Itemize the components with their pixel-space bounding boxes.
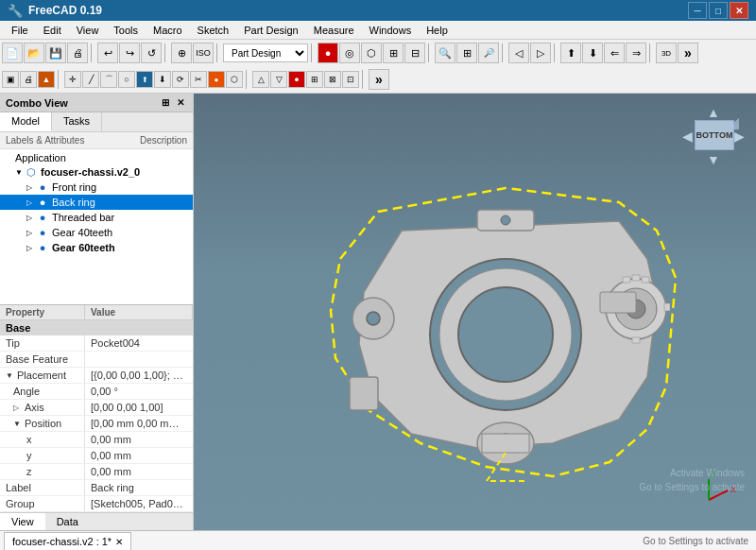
tb-new[interactable]: 📄 — [2, 43, 23, 63]
file-tab-close-btn[interactable]: ✕ — [115, 537, 123, 547]
prop-key-label: Label — [0, 480, 85, 495]
tb2-b2[interactable]: 🖨 — [20, 71, 37, 88]
tb2-pd5[interactable]: ● — [208, 71, 225, 88]
axis-expand-icon[interactable]: ▷ — [13, 404, 23, 412]
tb-nav4[interactable]: ⇒ — [626, 43, 646, 63]
combo-float-btn[interactable]: ⊞ — [159, 97, 172, 108]
tb-3d[interactable]: 3D — [656, 43, 677, 63]
placement-expand-icon[interactable]: ▼ — [6, 371, 15, 380]
tb-open[interactable]: 📂 — [24, 43, 44, 63]
menu-tools[interactable]: Tools — [106, 23, 146, 38]
tb-v1[interactable]: ◁ — [508, 43, 529, 63]
tb2-b1[interactable]: ▣ — [2, 71, 19, 88]
tb-b1[interactable]: ● — [318, 43, 338, 63]
tb-b4[interactable]: ⊞ — [383, 43, 404, 63]
axis-y-label: Y — [711, 469, 716, 478]
prop-val-axis: [0,00 0,00 1,00] — [85, 400, 193, 415]
tb2-more[interactable]: » — [369, 69, 389, 90]
close-button[interactable]: ✕ — [730, 2, 748, 19]
left-tab-data[interactable]: Data — [45, 513, 90, 530]
nav-cube-down-arrow[interactable]: ▼ — [707, 152, 720, 167]
tree-front-ring-arrow[interactable]: ▷ — [26, 183, 36, 192]
tree-item-gear40[interactable]: ▷ ● Gear 40teeth — [0, 225, 193, 240]
menu-windows[interactable]: Windows — [362, 23, 420, 38]
tb-print[interactable]: 🖨 — [67, 43, 88, 63]
tree-root-arrow[interactable]: ▼ — [15, 168, 25, 177]
tree-item-gear60[interactable]: ▷ ● Gear 60teeth — [0, 240, 193, 255]
tb-b2[interactable]: ◎ — [339, 43, 360, 63]
tb2-pd4[interactable]: ✂ — [190, 71, 207, 88]
prop-col-property: Property — [0, 305, 85, 319]
tb-nav1[interactable]: ⬆ — [560, 43, 581, 63]
tb-zoom-in[interactable]: 🔍 — [435, 43, 455, 63]
tree-item-front-ring[interactable]: ▷ ● Front ring — [0, 180, 193, 195]
tb2-b3[interactable]: ▲ — [38, 71, 55, 88]
tb-refresh[interactable]: ↺ — [141, 43, 162, 63]
tb2-t4[interactable]: ⊞ — [306, 71, 323, 88]
menu-sketch[interactable]: Sketch — [190, 23, 237, 38]
menu-view[interactable]: View — [69, 23, 107, 38]
tab-tasks[interactable]: Tasks — [52, 112, 102, 131]
tb-save[interactable]: 💾 — [45, 43, 66, 63]
tb2-t2[interactable]: ▽ — [270, 71, 287, 88]
tb2-arc[interactable]: ⌒ — [100, 71, 117, 88]
prop-row-y: y 0,00 mm — [0, 448, 193, 464]
workbench-selector[interactable]: Part Design — [223, 43, 308, 62]
prop-row-placement[interactable]: ▼ Placement [{0,00 0,00 1,00}; 0,00 °; {… — [0, 368, 193, 384]
tree-threaded-bar-arrow[interactable]: ▷ — [26, 214, 36, 222]
left-tab-view[interactable]: View — [0, 513, 45, 530]
tb2-pd3[interactable]: ⟳ — [172, 71, 189, 88]
tb2-line[interactable]: ╱ — [82, 71, 99, 88]
menu-part-design[interactable]: Part Design — [236, 23, 305, 38]
menu-measure[interactable]: Measure — [306, 23, 362, 38]
minimize-button[interactable]: ─ — [688, 2, 707, 19]
tb-more1[interactable]: » — [678, 43, 698, 63]
menu-macro[interactable]: Macro — [146, 23, 190, 38]
tb2-t5[interactable]: ⊠ — [324, 71, 341, 88]
tb-view-fit[interactable]: ⊕ — [171, 43, 192, 63]
tb-nav2[interactable]: ⬇ — [582, 43, 603, 63]
tree-item-back-ring[interactable]: ▷ ● Back ring — [0, 195, 193, 210]
combo-view-label: Combo View — [6, 97, 68, 109]
tb2-t3[interactable]: ● — [288, 71, 305, 88]
tb-b3[interactable]: ⬡ — [361, 43, 382, 63]
left-panel: Combo View ⊞ ✕ Model Tasks Labels & Attr… — [0, 94, 194, 530]
menu-help[interactable]: Help — [419, 23, 455, 38]
menu-edit[interactable]: Edit — [36, 23, 69, 38]
tree-root-item[interactable]: ▼ ⬡ focuser-chassi.v2_0 — [0, 164, 193, 180]
nav-cube-up-arrow[interactable]: ▲ — [707, 105, 720, 120]
tb2-t1[interactable]: △ — [252, 71, 269, 88]
tb-nav3[interactable]: ⇐ — [604, 43, 625, 63]
tb-zoom-out[interactable]: 🔎 — [478, 43, 499, 63]
combo-close-btn[interactable]: ✕ — [174, 97, 187, 108]
position-expand-icon[interactable]: ▼ — [13, 420, 23, 428]
tb2-pd2[interactable]: ⬇ — [154, 71, 171, 88]
tb2-pd1[interactable]: ⬆ — [136, 71, 153, 88]
viewport[interactable]: X Y ▲ ▼ ◀ ▶ BOTTOM Activate Windows Go t… — [194, 94, 756, 530]
maximize-button[interactable]: □ — [709, 2, 728, 19]
prop-row-axis[interactable]: ▷ Axis [0,00 0,00 1,00] — [0, 400, 193, 416]
nav-cube-left-arrow[interactable]: ◀ — [682, 129, 693, 144]
tree-back-ring-arrow[interactable]: ▷ — [26, 198, 36, 207]
tree-item-threaded-bar[interactable]: ▷ ● Threaded bar — [0, 210, 193, 225]
prop-val-basefeature — [85, 352, 193, 367]
tb-view-iso[interactable]: ISO — [193, 43, 214, 63]
tree-gear40-arrow[interactable]: ▷ — [26, 229, 36, 237]
tb-b5[interactable]: ⊟ — [404, 43, 425, 63]
nav-cube[interactable]: ▲ ▼ ◀ ▶ BOTTOM — [680, 103, 747, 169]
tb2-pt[interactable]: ✛ — [64, 71, 81, 88]
tb-redo[interactable]: ↪ — [119, 43, 140, 63]
tb-zoom-fit[interactable]: ⊞ — [456, 43, 477, 63]
tab-model[interactable]: Model — [0, 112, 52, 131]
file-tab[interactable]: focuser-chassi.v2 : 1* ✕ — [4, 532, 131, 551]
prop-row-position[interactable]: ▼ Position [0,00 mm 0,00 mm 0,00 … — [0, 416, 193, 432]
menu-file[interactable]: File — [4, 23, 36, 38]
tree-gear60-arrow[interactable]: ▷ — [26, 244, 36, 252]
tb-undo[interactable]: ↩ — [97, 43, 118, 63]
tb-v2[interactable]: ▷ — [530, 43, 551, 63]
tb2-t6[interactable]: ⊡ — [342, 71, 359, 88]
nav-cube-right-arrow[interactable]: ▶ — [734, 129, 745, 144]
nav-cube-corner-tr — [726, 118, 739, 129]
tb2-circle[interactable]: ○ — [118, 71, 135, 88]
tb2-pd6[interactable]: ⬡ — [226, 71, 243, 88]
